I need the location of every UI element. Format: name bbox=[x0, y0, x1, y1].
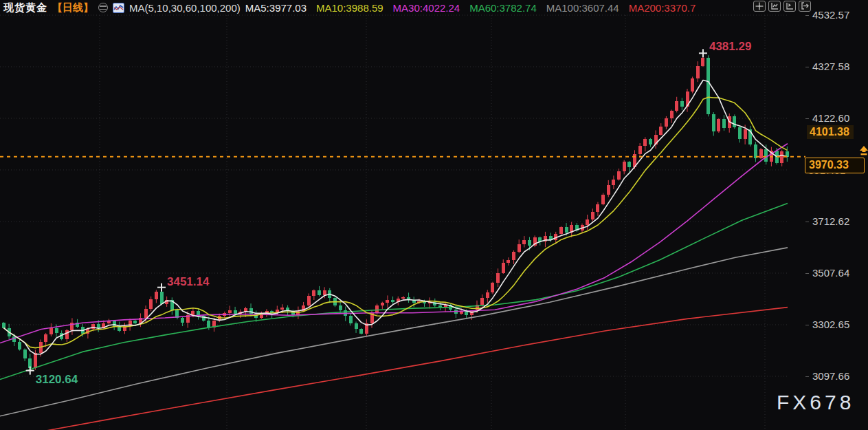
axis-tick-mark bbox=[805, 325, 809, 325]
axis-tick-mark bbox=[805, 222, 809, 222]
chart-toolbar bbox=[753, 1, 811, 12]
axis-tick-mark bbox=[805, 118, 809, 119]
price-marker-label: 4381.29 bbox=[709, 40, 751, 53]
price-axis-label: 4122.60 bbox=[812, 112, 849, 124]
axis-tick-mark bbox=[805, 67, 809, 67]
price-axis-label: 3097.66 bbox=[812, 370, 849, 382]
indicator-panel-icon[interactable] bbox=[783, 1, 796, 12]
ma-legend-item: MA30:4022.24 bbox=[393, 2, 460, 14]
axis-tick-mark bbox=[805, 15, 809, 16]
symbol-name: 现货黄金 bbox=[3, 1, 47, 14]
ma-legend-item: MA5:3977.03 bbox=[245, 2, 307, 14]
trading-chart-window: 3120.643451.144381.29 现货黄金 【日线】 MA(5,10,… bbox=[0, 0, 868, 430]
pop-out-icon[interactable] bbox=[799, 1, 811, 12]
timeframe-label[interactable]: 【日线】 bbox=[52, 1, 93, 14]
price-axis-label: 3507.64 bbox=[812, 267, 849, 279]
ma-legend-item: MA10:3988.59 bbox=[316, 2, 383, 14]
chart-header: 现货黄金 【日线】 MA(5,10,30,60,100,200) MA5:397… bbox=[0, 0, 868, 15]
mini-chart-icon[interactable] bbox=[113, 3, 124, 13]
axis-tick-mark bbox=[805, 273, 809, 274]
indicator-settings-icon[interactable] bbox=[98, 3, 108, 12]
crosshair-tool-icon[interactable] bbox=[753, 1, 766, 12]
axis-tick-mark bbox=[805, 376, 809, 377]
ma-group-label[interactable]: MA(5,10,30,60,100,200) bbox=[129, 2, 241, 14]
ma-legend-item: MA200:3370.7 bbox=[629, 2, 696, 14]
ma-legend-item: MA100:3607.44 bbox=[546, 2, 619, 14]
current-price-badge: 3970.33 bbox=[805, 158, 865, 173]
price-axis-label: 3712.62 bbox=[812, 215, 849, 227]
price-alert-arrow-icon[interactable] bbox=[858, 146, 868, 156]
alert-price-badge: 4101.38 bbox=[807, 125, 854, 139]
candlestick-chart[interactable]: 3120.643451.144381.29 bbox=[0, 0, 868, 430]
price-axis[interactable]: 4532.574327.584122.603712.623507.643302.… bbox=[790, 0, 868, 430]
price-axis-label: 3302.65 bbox=[812, 319, 849, 330]
watermark-logo: FX678 bbox=[777, 391, 854, 414]
price-marker-label: 3120.64 bbox=[36, 373, 78, 386]
chart-axes-icon[interactable] bbox=[768, 1, 781, 12]
ma-legend-item: MA60:3782.74 bbox=[469, 2, 537, 14]
price-axis-label: 4327.58 bbox=[812, 61, 849, 72]
ma-legend: MA5:3977.03MA10:3988.59MA30:4022.24MA60:… bbox=[245, 2, 695, 14]
price-marker-label: 3451.14 bbox=[167, 275, 210, 288]
